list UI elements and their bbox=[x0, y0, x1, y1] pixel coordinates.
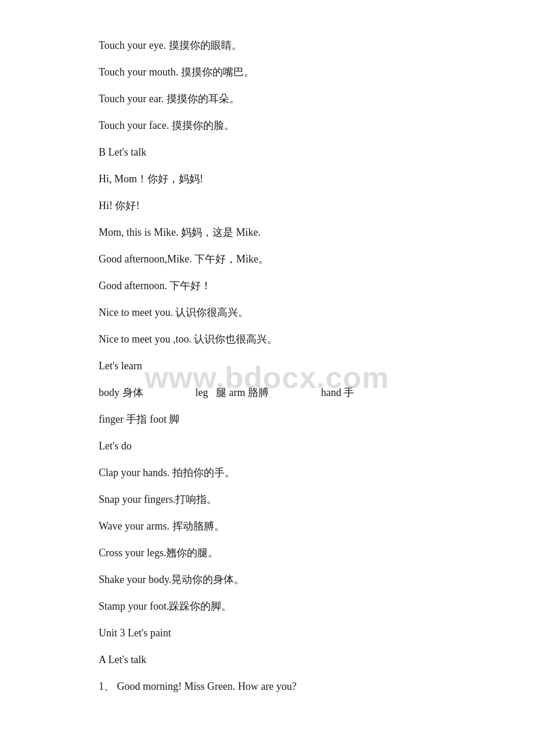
line-touch-ear: Touch your ear. 摸摸你的耳朵。 bbox=[99, 88, 435, 109]
vocab-hand: hand 手 bbox=[321, 382, 355, 403]
line-cross-legs: Cross your legs.翘你的腿。 bbox=[99, 542, 435, 563]
main-content: Touch your eye. 摸摸你的眼睛。 Touch your mouth… bbox=[99, 35, 435, 697]
line-shake-body: Shake your body.晃动你的身体。 bbox=[99, 569, 435, 590]
line-good-afternoon-mike: Good afternoon,Mike. 下午好，Mike。 bbox=[99, 249, 435, 269]
line-hi: Hi! 你好! bbox=[99, 195, 435, 216]
line-vocab-finger: finger 手指 foot 脚 bbox=[99, 409, 435, 430]
line-vocab-body: body 身体 leg 腿 arm 胳膊 hand 手 bbox=[99, 382, 435, 403]
line-touch-mouth: Touch your mouth. 摸摸你的嘴巴。 bbox=[99, 62, 435, 82]
line-wave-arms: Wave your arms. 挥动胳膊。 bbox=[99, 516, 435, 537]
line-good-morning: 1、 Good morning! Miss Green. How are you… bbox=[99, 676, 435, 697]
line-b-lets-talk: B Let's talk bbox=[99, 142, 435, 163]
line-hi-mom: Hi, Mom！你好，妈妈! bbox=[99, 168, 435, 189]
vocab-spacer3 bbox=[269, 382, 321, 403]
line-stamp-foot: Stamp your foot.跺跺你的脚。 bbox=[99, 596, 435, 617]
line-lets-learn: Let's learn bbox=[99, 355, 435, 376]
line-unit3: Unit 3 Let's paint bbox=[99, 622, 435, 643]
vocab-body: body 身体 bbox=[99, 382, 143, 403]
line-lets-do: Let's do bbox=[99, 435, 435, 456]
line-nice-meet-too: Nice to meet you ,too. 认识你也很高兴。 bbox=[99, 329, 435, 350]
line-touch-face: Touch your face. 摸摸你的脸。 bbox=[99, 115, 435, 136]
line-snap-fingers: Snap your fingers.打响指。 bbox=[99, 489, 435, 510]
vocab-arm: arm 胳膊 bbox=[229, 382, 269, 403]
line-good-afternoon: Good afternoon. 下午好！ bbox=[99, 275, 435, 296]
line-a-lets-talk: A Let's talk bbox=[99, 649, 435, 670]
line-touch-eye: Touch your eye. 摸摸你的眼睛。 bbox=[99, 35, 435, 56]
line-clap-hands: Clap your hands. 拍拍你的手。 bbox=[99, 462, 435, 483]
line-nice-meet: Nice to meet you. 认识你很高兴。 bbox=[99, 302, 435, 323]
vocab-spacer1 bbox=[143, 382, 196, 403]
vocab-leg: leg 腿 bbox=[196, 382, 227, 403]
line-mom-mike: Mom, this is Mike. 妈妈，这是 Mike. bbox=[99, 222, 435, 243]
